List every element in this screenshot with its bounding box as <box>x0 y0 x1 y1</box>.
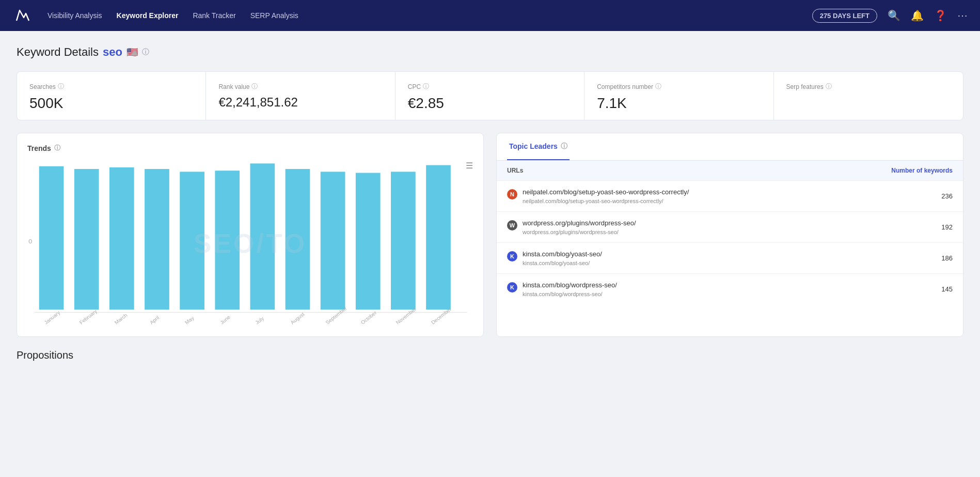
url-sub-2: kinsta.com/blog/yoast-seo/ <box>523 260 602 266</box>
chart-menu-icon[interactable]: ☰ <box>466 161 473 171</box>
svg-rect-2 <box>39 166 64 310</box>
help-icon[interactable]: ❓ <box>934 9 947 22</box>
url-cell-1: W wordpress.org/plugins/wordpress-seo/ w… <box>497 211 829 242</box>
count-1: 192 <box>829 211 963 242</box>
favicon-2: K <box>507 251 517 261</box>
nav-keyword-explorer[interactable]: Keyword Explorer <box>117 11 179 20</box>
trends-info-icon[interactable]: ⓘ <box>54 144 60 152</box>
trends-chart: ☰ SEO/TO 0 <box>27 161 473 326</box>
stat-rank-value-num: €2,241,851.62 <box>218 95 382 110</box>
svg-text:March: March <box>114 312 129 325</box>
page-title-row: Keyword Details seo 🇺🇸 ⓘ <box>17 45 963 59</box>
svg-rect-5 <box>145 169 169 310</box>
stat-serp-label: Serp features ⓘ <box>786 82 951 91</box>
svg-text:February: February <box>78 309 98 326</box>
nav-serp-analysis[interactable]: SERP Analysis <box>250 11 298 20</box>
url-sub-0: neilpatel.com/blog/setup-yoast-seo-wordp… <box>523 198 689 204</box>
days-left-badge: 275 DAYS LEFT <box>812 9 877 23</box>
trends-card: Trends ⓘ ☰ SEO/TO 0 <box>17 133 484 337</box>
svg-rect-4 <box>109 167 134 310</box>
navbar: Visibility Analysis Keyword Explorer Ran… <box>0 0 980 31</box>
topic-leaders-card: Topic Leaders ⓘ URLs Number of keywords … <box>496 133 963 337</box>
stat-searches: Searches ⓘ 500K <box>17 72 206 120</box>
stat-competitors-value: 7.1K <box>597 95 761 112</box>
svg-rect-0 <box>12 6 31 25</box>
count-2: 186 <box>829 242 963 273</box>
svg-text:April: April <box>149 315 161 325</box>
svg-text:May: May <box>184 315 195 326</box>
stat-competitors-info[interactable]: ⓘ <box>655 82 661 91</box>
svg-rect-9 <box>286 169 310 310</box>
col-keywords: Number of keywords <box>829 161 963 181</box>
stats-row: Searches ⓘ 500K Rank value ⓘ €2,241,851.… <box>17 71 963 120</box>
country-flag: 🇺🇸 <box>127 47 138 58</box>
stat-cpc-info[interactable]: ⓘ <box>423 82 429 91</box>
trends-title: Trends ⓘ <box>27 144 473 152</box>
stat-rank-label: Rank value ⓘ <box>218 82 382 91</box>
svg-rect-3 <box>74 169 99 310</box>
table-row: K kinsta.com/blog/yoast-seo/ kinsta.com/… <box>497 242 963 273</box>
svg-rect-12 <box>391 172 416 310</box>
table-header-row: URLs Number of keywords <box>497 161 963 181</box>
table-row: K kinsta.com/blog/wordpress-seo/ kinsta.… <box>497 273 963 304</box>
stat-serp-info[interactable]: ⓘ <box>826 82 832 91</box>
two-col-section: Trends ⓘ ☰ SEO/TO 0 <box>17 133 963 337</box>
stat-cpc: CPC ⓘ €2.85 <box>396 72 584 120</box>
navbar-right: 275 DAYS LEFT 🔍 🔔 ❓ ⋯ <box>812 9 968 23</box>
stat-serp: Serp features ⓘ <box>774 72 963 120</box>
table-row: N neilpatel.com/blog/setup-yoast-seo-wor… <box>497 181 963 212</box>
favicon-0: N <box>507 189 517 199</box>
svg-text:0: 0 <box>28 238 32 245</box>
table-row: W wordpress.org/plugins/wordpress-seo/ w… <box>497 211 963 242</box>
stat-searches-label: Searches ⓘ <box>29 82 193 91</box>
url-main-3[interactable]: kinsta.com/blog/wordpress-seo/ <box>523 281 617 290</box>
bell-icon[interactable]: 🔔 <box>911 9 924 22</box>
stat-competitors-label: Competitors number ⓘ <box>597 82 761 91</box>
stat-cpc-label: CPC ⓘ <box>408 82 572 91</box>
bar-chart: 0 January <box>27 161 473 326</box>
url-cell-2: K kinsta.com/blog/yoast-seo/ kinsta.com/… <box>497 242 829 273</box>
topic-tabs: Topic Leaders ⓘ <box>497 133 963 161</box>
favicon-3: K <box>507 282 517 293</box>
keyword-highlight: seo <box>103 45 122 59</box>
apps-icon[interactable]: ⋯ <box>957 9 968 22</box>
svg-rect-11 <box>356 173 381 310</box>
propositions-title: Propositions <box>17 349 963 361</box>
stat-rank-info[interactable]: ⓘ <box>251 82 258 91</box>
main-content: Keyword Details seo 🇺🇸 ⓘ Searches ⓘ 500K… <box>0 31 980 376</box>
url-main-1[interactable]: wordpress.org/plugins/wordpress-seo/ <box>523 219 636 228</box>
page-title-prefix: Keyword Details <box>17 45 99 59</box>
stat-cpc-value: €2.85 <box>408 95 572 112</box>
url-cell-3: K kinsta.com/blog/wordpress-seo/ kinsta.… <box>497 273 829 304</box>
nav-visibility[interactable]: Visibility Analysis <box>48 11 102 20</box>
svg-rect-7 <box>215 171 240 310</box>
stat-searches-value: 500K <box>29 95 193 112</box>
url-sub-1: wordpress.org/plugins/wordpress-seo/ <box>523 229 636 235</box>
count-3: 145 <box>829 273 963 304</box>
stat-competitors: Competitors number ⓘ 7.1K <box>584 72 773 120</box>
favicon-1: W <box>507 220 517 230</box>
topic-leaders-table: URLs Number of keywords N neilpatel.com/… <box>497 161 963 304</box>
svg-rect-6 <box>180 172 204 310</box>
url-sub-3: kinsta.com/blog/wordpress-seo/ <box>523 291 617 297</box>
tab-info-icon[interactable]: ⓘ <box>561 142 567 151</box>
url-main-2[interactable]: kinsta.com/blog/yoast-seo/ <box>523 250 602 259</box>
search-icon[interactable]: 🔍 <box>888 9 900 22</box>
svg-rect-8 <box>250 163 275 310</box>
stat-rank-value: Rank value ⓘ €2,241,851.62 <box>206 72 395 120</box>
tab-topic-leaders-label: Topic Leaders <box>509 142 558 150</box>
count-0: 236 <box>829 181 963 212</box>
stat-searches-info[interactable]: ⓘ <box>58 82 64 91</box>
navbar-links: Visibility Analysis Keyword Explorer Ran… <box>48 11 796 20</box>
col-urls: URLs <box>497 161 829 181</box>
svg-text:August: August <box>289 311 306 326</box>
svg-text:June: June <box>219 314 232 326</box>
nav-rank-tracker[interactable]: Rank Tracker <box>193 11 235 20</box>
page-info-icon[interactable]: ⓘ <box>142 48 149 57</box>
svg-rect-13 <box>426 165 451 310</box>
svg-text:October: October <box>359 310 378 326</box>
url-main-0[interactable]: neilpatel.com/blog/setup-yoast-seo-wordp… <box>523 188 689 197</box>
url-cell-0: N neilpatel.com/blog/setup-yoast-seo-wor… <box>497 181 829 212</box>
logo[interactable] <box>12 6 31 25</box>
tab-topic-leaders[interactable]: Topic Leaders ⓘ <box>507 133 570 160</box>
